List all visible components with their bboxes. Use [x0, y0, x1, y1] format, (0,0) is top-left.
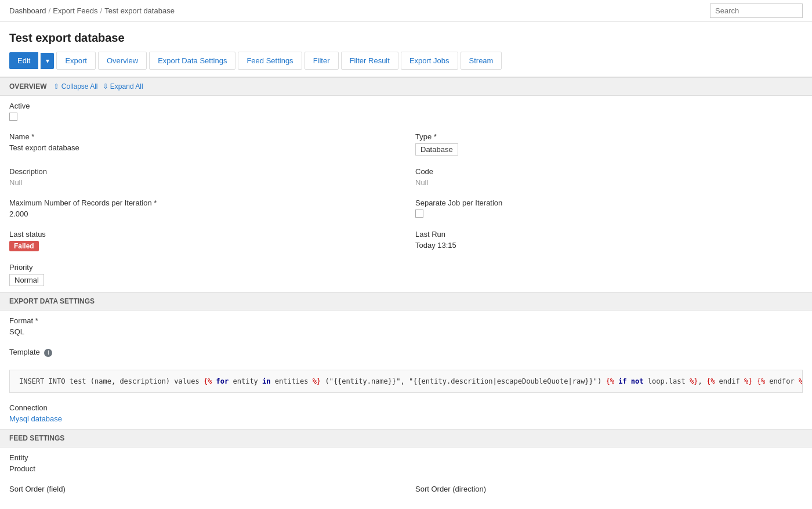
- active-label: Active: [9, 102, 803, 110]
- feed-settings-title: FEED SETTINGS: [9, 434, 64, 442]
- name-label: Name *: [9, 132, 397, 141]
- last-run-label: Last Run: [415, 230, 803, 239]
- max-records-field-group: Maximum Number of Records per Iteration …: [0, 193, 406, 224]
- maxrecords-separatejob-row: Maximum Number of Records per Iteration …: [0, 193, 812, 224]
- sort-order-direction-group: Sort Order (direction): [406, 479, 812, 501]
- export-data-settings-tab[interactable]: Export Data Settings: [149, 52, 235, 70]
- sort-order-row: Sort Order (field) Sort Order (direction…: [0, 479, 812, 501]
- connection-field-group: Connection Mysql database: [0, 398, 812, 429]
- toolbar: Edit ▾ Export Overview Export Data Setti…: [0, 52, 812, 77]
- separate-job-field-group: Separate Job per Iteration: [406, 193, 812, 224]
- filter-tab[interactable]: Filter: [304, 52, 339, 70]
- template-code-block: INSERT INTO test (name, description) val…: [9, 370, 803, 393]
- priority-badge: Normal: [9, 274, 44, 286]
- max-records-label: Maximum Number of Records per Iteration …: [9, 198, 397, 207]
- sort-order-field-group: Sort Order (field): [0, 479, 406, 501]
- description-label: Description: [9, 167, 397, 176]
- name-field-group: Name * Test export database: [0, 127, 406, 161]
- edit-button[interactable]: Edit: [9, 52, 38, 69]
- type-field-group: Type * Database: [406, 127, 812, 161]
- breadcrumb-sep-2: /: [100, 6, 103, 15]
- overview-content: Active Name * Test export database Type …: [0, 96, 812, 292]
- last-run-value: Today 13:15: [415, 241, 803, 250]
- last-status-label: Last status: [9, 230, 397, 239]
- feed-settings-tab[interactable]: Feed Settings: [238, 52, 302, 70]
- description-field-group: Description Null: [0, 161, 406, 193]
- export-data-settings-content: Format * SQL Template i INSERT INTO test…: [0, 311, 812, 429]
- last-status-field-group: Last status Failed: [0, 224, 406, 257]
- type-label: Type *: [415, 132, 803, 141]
- export-button[interactable]: Export: [56, 52, 96, 70]
- connection-label: Connection: [9, 403, 803, 412]
- last-run-field-group: Last Run Today 13:15: [406, 224, 812, 257]
- search-input[interactable]: [710, 3, 803, 18]
- expand-all-link[interactable]: ⇩ Expand All: [103, 82, 143, 91]
- overview-tab[interactable]: Overview: [98, 52, 147, 70]
- last-status-value: Failed: [9, 241, 397, 251]
- priority-value: Normal: [9, 274, 803, 286]
- name-type-row: Name * Test export database Type * Datab…: [0, 127, 812, 161]
- edit-dropdown-button[interactable]: ▾: [41, 53, 54, 69]
- filter-result-tab[interactable]: Filter Result: [341, 52, 398, 70]
- format-field-group: Format * SQL: [0, 311, 812, 342]
- feed-settings-section-header: FEED SETTINGS: [0, 429, 812, 447]
- section-actions: ⇧ Collapse All ⇩ Expand All: [53, 82, 143, 91]
- code-label: Code: [415, 167, 803, 176]
- active-field-group: Active: [0, 96, 812, 127]
- status-lastrun-row: Last status Failed Last Run Today 13:15: [0, 224, 812, 257]
- breadcrumb-sep-1: /: [49, 6, 51, 15]
- separate-job-label: Separate Job per Iteration: [415, 198, 803, 207]
- separate-job-checkbox[interactable]: [415, 210, 423, 218]
- collapse-all-link[interactable]: ⇧ Collapse All: [53, 82, 97, 91]
- separate-job-checkbox-wrapper: [415, 210, 803, 218]
- code-field-group: Code Null: [406, 161, 812, 193]
- breadcrumb-bar: Dashboard / Export Feeds / Test export d…: [0, 0, 812, 22]
- code-value: Null: [415, 178, 803, 187]
- overview-section-header: OVERVIEW ⇧ Collapse All ⇩ Expand All: [0, 77, 812, 96]
- breadcrumb: Dashboard / Export Feeds / Test export d…: [9, 6, 175, 15]
- overview-section-title: OVERVIEW: [9, 82, 46, 91]
- breadcrumb-dashboard[interactable]: Dashboard: [9, 6, 46, 15]
- active-checkbox[interactable]: [9, 113, 17, 121]
- entity-field-group: Entity Product: [0, 447, 812, 479]
- breadcrumb-current: Test export database: [104, 6, 175, 15]
- name-value: Test export database: [9, 143, 397, 152]
- export-data-settings-section-header: EXPORT DATA SETTINGS: [0, 292, 812, 311]
- max-records-value: 2.000: [9, 210, 397, 218]
- priority-field-group: Priority Normal: [0, 257, 812, 292]
- template-field-group: Template i: [0, 342, 812, 365]
- feed-settings-content: Entity Product Sort Order (field) Sort O…: [0, 447, 812, 501]
- connection-value[interactable]: Mysql database: [9, 414, 62, 423]
- active-checkbox-wrapper: [9, 113, 803, 121]
- template-label: Template i: [9, 348, 803, 357]
- type-value: Database: [415, 143, 803, 156]
- format-value: SQL: [9, 327, 803, 336]
- entity-label: Entity: [9, 453, 803, 462]
- export-jobs-tab[interactable]: Export Jobs: [401, 52, 458, 70]
- format-label: Format *: [9, 316, 803, 325]
- entity-value: Product: [9, 464, 803, 473]
- export-data-settings-title: EXPORT DATA SETTINGS: [9, 297, 95, 305]
- sort-order-direction-label: Sort Order (direction): [415, 485, 803, 493]
- page-title: Test export database: [0, 22, 812, 52]
- template-info-icon[interactable]: i: [44, 349, 52, 357]
- stream-tab[interactable]: Stream: [461, 52, 502, 70]
- priority-label: Priority: [9, 263, 803, 272]
- desc-code-row: Description Null Code Null: [0, 161, 812, 193]
- type-badge: Database: [415, 143, 458, 156]
- description-value: Null: [9, 178, 397, 187]
- status-failed-badge: Failed: [9, 241, 39, 251]
- breadcrumb-export-feeds[interactable]: Export Feeds: [53, 6, 97, 15]
- sort-order-field-label: Sort Order (field): [9, 485, 397, 493]
